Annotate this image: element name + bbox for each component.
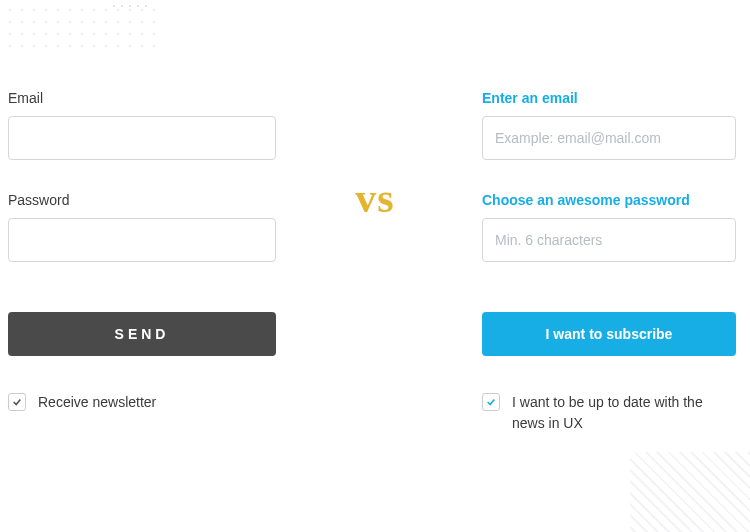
right-newsletter-checkbox[interactable] (482, 393, 500, 411)
left-newsletter-label: Receive newsletter (38, 392, 156, 413)
left-send-button[interactable]: SEND (8, 312, 276, 356)
check-icon (486, 397, 496, 407)
right-password-field: Choose an awesome password (482, 192, 736, 262)
left-email-input[interactable] (8, 116, 276, 160)
comparison-container: Email Password SEND Receive newsletter v… (0, 0, 750, 434)
vs-text: vs (355, 174, 394, 222)
check-icon (12, 397, 22, 407)
right-password-input[interactable] (482, 218, 736, 262)
left-email-field: Email (8, 90, 276, 160)
left-form: Email Password SEND Receive newsletter (8, 90, 276, 413)
right-newsletter-label: I want to be up to date with the news in… (512, 392, 736, 434)
right-password-label: Choose an awesome password (482, 192, 736, 208)
right-email-input[interactable] (482, 116, 736, 160)
left-email-label: Email (8, 90, 276, 106)
left-password-label: Password (8, 192, 276, 208)
left-password-field: Password (8, 192, 276, 262)
right-email-label: Enter an email (482, 90, 736, 106)
right-email-field: Enter an email (482, 90, 736, 160)
left-newsletter-checkbox[interactable] (8, 393, 26, 411)
left-password-input[interactable] (8, 218, 276, 262)
right-newsletter-row: I want to be up to date with the news in… (482, 392, 736, 434)
left-newsletter-row: Receive newsletter (8, 392, 276, 413)
decor-stripes-bottom (630, 452, 750, 532)
right-subscribe-button[interactable]: I want to subscribe (482, 312, 736, 356)
right-form: Enter an email Choose an awesome passwor… (482, 90, 742, 434)
